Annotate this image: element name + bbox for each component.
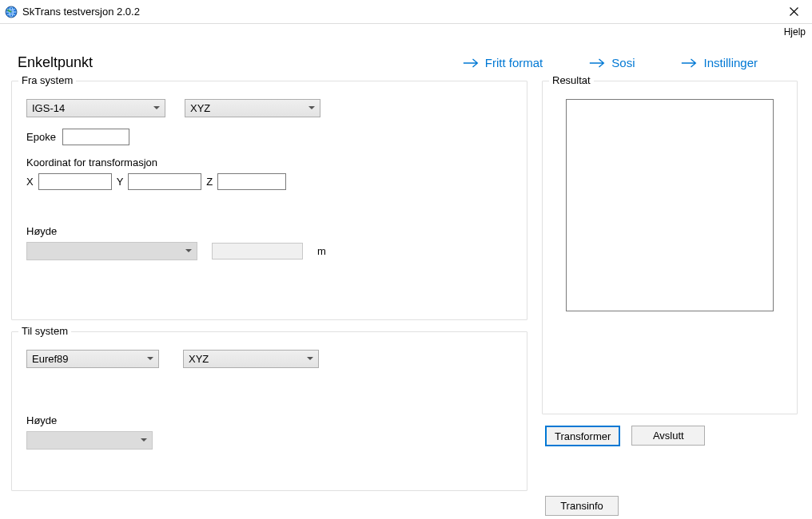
fra-system-select[interactable]: IGS-14 [26,99,165,117]
left-column: Fra system IGS-14 XYZ Epoke Koordinat fo… [11,81,527,516]
result-output [566,99,774,311]
link-fritt-format[interactable]: Fritt format [463,56,543,69]
hoyde-label: Høyde [26,414,57,426]
button-row-1: Transformer Avslutt [542,426,798,446]
panel-legend: Resultat [549,74,594,86]
arrow-right-icon [589,57,605,69]
link-label: Instillinger [703,56,758,69]
close-icon [790,7,798,16]
menubar: Hjelp [0,24,812,40]
link-sosi[interactable]: Sosi [589,56,635,69]
koordinat-label: Koordinat for transformasjon [26,156,157,168]
avslutt-button[interactable]: Avslutt [631,426,705,446]
select-value: IGS-14 [32,102,65,114]
link-instillinger[interactable]: Instillinger [681,56,758,69]
close-button[interactable] [775,0,812,24]
y-input[interactable] [128,173,201,190]
header: Enkeltpunkt Fritt format Sosi Instilling… [0,40,812,77]
right-column: Resultat Transformer Avslutt Transinfo [542,81,798,516]
panel-til-system: Til system Euref89 XYZ Høyde [11,331,527,491]
til-system-select[interactable]: Euref89 [26,350,159,368]
y-label: Y [117,176,124,188]
epoke-label: Epoke [26,131,56,143]
x-input[interactable] [38,173,112,190]
x-label: X [26,176,34,188]
hoyde-unit: m [317,245,326,257]
page-title: Enkeltpunkt [18,54,93,71]
menu-help[interactable]: Hjelp [784,26,806,38]
z-input[interactable] [217,173,286,190]
button-row-2: Transinfo [542,496,798,516]
transinfo-button[interactable]: Transinfo [545,496,619,516]
app-globe-icon [5,6,18,18]
fra-hoyde-input[interactable] [212,243,303,260]
arrow-right-icon [681,57,697,69]
select-value: Euref89 [32,353,69,365]
til-hoyde-select[interactable] [26,431,153,450]
select-value: XYZ [189,353,209,365]
content: Fra system IGS-14 XYZ Epoke Koordinat fo… [0,77,812,519]
transformer-button[interactable]: Transformer [545,426,620,446]
z-label: Z [206,176,213,188]
linkbar: Fritt format Sosi Instillinger [463,56,790,69]
titlebar: SkTrans testversjon 2.0.2 [0,0,812,24]
panel-legend: Fra system [18,74,76,86]
epoke-input[interactable] [62,129,129,145]
panel-resultat: Resultat [542,81,798,414]
select-value: XYZ [190,102,210,114]
link-label: Sosi [611,56,635,69]
hoyde-label: Høyde [26,225,57,237]
arrow-right-icon [463,57,479,69]
fra-hoyde-select[interactable] [26,242,197,260]
link-label: Fritt format [485,56,543,69]
til-coord-type-select[interactable]: XYZ [183,350,319,368]
panel-legend: Til system [18,325,71,337]
window-title: SkTrans testversjon 2.0.2 [22,6,140,18]
panel-fra-system: Fra system IGS-14 XYZ Epoke Koordinat fo… [11,81,527,320]
fra-coord-type-select[interactable]: XYZ [185,99,320,117]
